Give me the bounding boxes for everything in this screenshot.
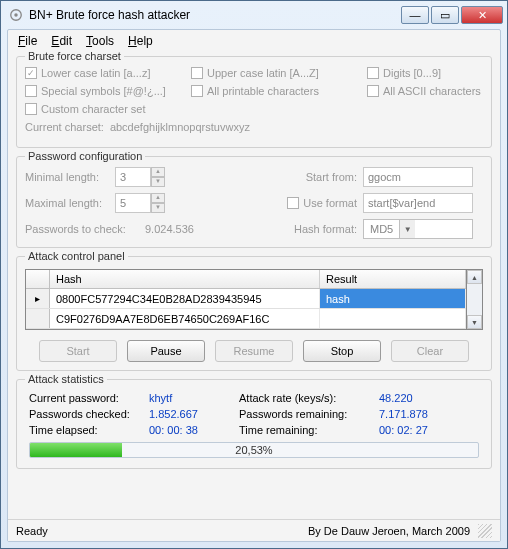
menu-file[interactable]: File bbox=[18, 34, 37, 48]
start-from-field[interactable]: ggocm bbox=[363, 167, 473, 187]
stats-legend: Attack statistics bbox=[25, 373, 107, 385]
pause-button[interactable]: Pause bbox=[127, 340, 205, 362]
min-length-label: Minimal length: bbox=[25, 171, 115, 183]
min-length-spinner[interactable]: 3▲▼ bbox=[115, 167, 165, 187]
cell-result[interactable] bbox=[320, 309, 466, 328]
label-lower: Lower case latin [a...z] bbox=[41, 67, 150, 79]
client-area: File Edit Tools Help Brute force charset… bbox=[7, 29, 501, 542]
table-row[interactable]: C9F0276D9AA7E8D6EB74650C269AF16C bbox=[26, 309, 466, 329]
charset-group: Brute force charset ✓Lower case latin [a… bbox=[16, 56, 492, 148]
checkbox-printable[interactable] bbox=[191, 85, 203, 97]
elapsed-label: Time elapsed: bbox=[29, 424, 149, 436]
tremain-label: Time remaining: bbox=[239, 424, 379, 436]
checkbox-special[interactable] bbox=[25, 85, 37, 97]
elapsed-value: 00: 00: 38 bbox=[149, 424, 239, 436]
max-length-spinner[interactable]: 5▲▼ bbox=[115, 193, 165, 213]
checked-label: Passwords checked: bbox=[29, 408, 149, 420]
format-field[interactable]: start[$var]end bbox=[363, 193, 473, 213]
hashformat-combo[interactable]: MD5▼ bbox=[363, 219, 473, 239]
checkbox-custom[interactable] bbox=[25, 103, 37, 115]
clear-button[interactable]: Clear bbox=[391, 340, 469, 362]
progress-bar: 20,53% bbox=[29, 442, 479, 458]
cell-hash[interactable]: C9F0276D9AA7E8D6EB74650C269AF16C bbox=[50, 309, 320, 328]
window-title: BN+ Brute force hash attacker bbox=[27, 8, 401, 22]
menu-bar: File Edit Tools Help bbox=[8, 30, 500, 52]
row-header-corner bbox=[26, 270, 50, 288]
progress-text: 20,53% bbox=[30, 444, 478, 456]
checkbox-useformat[interactable] bbox=[287, 197, 299, 209]
status-text: Ready bbox=[16, 525, 48, 537]
svg-point-1 bbox=[14, 13, 18, 17]
resize-grip-icon[interactable] bbox=[478, 524, 492, 538]
row-selector[interactable] bbox=[26, 309, 50, 328]
scroll-up-icon[interactable]: ▲ bbox=[467, 270, 482, 284]
stats-group: Attack statistics Current password: khyt… bbox=[16, 379, 492, 469]
titlebar[interactable]: BN+ Brute force hash attacker — ▭ ✕ bbox=[1, 1, 507, 29]
col-hash[interactable]: Hash bbox=[50, 270, 320, 288]
current-charset-value: abcdefghijklmnopqrstuvwxyz bbox=[110, 121, 250, 133]
pwcfg-group: Password configuration Minimal length: 3… bbox=[16, 156, 492, 248]
label-upper: Upper case latin [A...Z] bbox=[207, 67, 319, 79]
app-icon bbox=[9, 8, 23, 22]
menu-help[interactable]: Help bbox=[128, 34, 153, 48]
cur-pw-label: Current password: bbox=[29, 392, 149, 404]
useformat-label: Use format bbox=[303, 197, 357, 209]
start-button[interactable]: Start bbox=[39, 340, 117, 362]
max-length-label: Maximal length: bbox=[25, 197, 115, 209]
row-selector-icon[interactable]: ▸ bbox=[26, 289, 50, 308]
col-result[interactable]: Result bbox=[320, 270, 466, 288]
label-special: Special symbols [#@!¿...] bbox=[41, 85, 166, 97]
menu-tools[interactable]: Tools bbox=[86, 34, 114, 48]
tocheck-value: 9.024.536 bbox=[145, 223, 283, 235]
hashformat-label: Hash format: bbox=[283, 223, 363, 235]
label-digits: Digits [0...9] bbox=[383, 67, 441, 79]
checkbox-ascii[interactable] bbox=[367, 85, 379, 97]
minimize-button[interactable]: — bbox=[401, 6, 429, 24]
charset-legend: Brute force charset bbox=[25, 50, 124, 62]
cell-result[interactable]: hash bbox=[320, 289, 466, 308]
cur-pw-value: khytf bbox=[149, 392, 239, 404]
status-bar: Ready By De Dauw Jeroen, March 2009 bbox=[8, 519, 500, 541]
menu-edit[interactable]: Edit bbox=[51, 34, 72, 48]
current-charset-label: Current charset: bbox=[25, 121, 104, 133]
pwcfg-legend: Password configuration bbox=[25, 150, 145, 162]
maximize-button[interactable]: ▭ bbox=[431, 6, 459, 24]
table-scrollbar[interactable]: ▲ ▼ bbox=[467, 269, 483, 330]
remain-label: Passwords remaining: bbox=[239, 408, 379, 420]
stop-button[interactable]: Stop bbox=[303, 340, 381, 362]
checkbox-lower[interactable]: ✓ bbox=[25, 67, 37, 79]
attack-legend: Attack control panel bbox=[25, 250, 128, 262]
table-row[interactable]: ▸ 0800FC577294C34E0B28AD2839435945 hash bbox=[26, 289, 466, 309]
chevron-down-icon: ▼ bbox=[399, 220, 415, 238]
status-credit: By De Dauw Jeroen, March 2009 bbox=[308, 525, 470, 537]
checked-value: 1.852.667 bbox=[149, 408, 239, 420]
rate-value: 48.220 bbox=[379, 392, 469, 404]
attack-group: Attack control panel Hash Result ▸ 0800F… bbox=[16, 256, 492, 371]
close-button[interactable]: ✕ bbox=[461, 6, 503, 24]
label-ascii: All ASCII characters bbox=[383, 85, 481, 97]
rate-label: Attack rate (keys/s): bbox=[239, 392, 379, 404]
scroll-down-icon[interactable]: ▼ bbox=[467, 315, 482, 329]
hash-table[interactable]: Hash Result ▸ 0800FC577294C34E0B28AD2839… bbox=[25, 269, 467, 330]
cell-hash[interactable]: 0800FC577294C34E0B28AD2839435945 bbox=[50, 289, 320, 308]
remain-value: 7.171.878 bbox=[379, 408, 469, 420]
label-custom: Custom character set bbox=[41, 103, 146, 115]
checkbox-upper[interactable] bbox=[191, 67, 203, 79]
start-from-label: Start from: bbox=[283, 171, 363, 183]
tremain-value: 00: 02: 27 bbox=[379, 424, 469, 436]
label-printable: All printable characters bbox=[207, 85, 319, 97]
resume-button[interactable]: Resume bbox=[215, 340, 293, 362]
checkbox-digits[interactable] bbox=[367, 67, 379, 79]
window: BN+ Brute force hash attacker — ▭ ✕ File… bbox=[0, 0, 508, 549]
